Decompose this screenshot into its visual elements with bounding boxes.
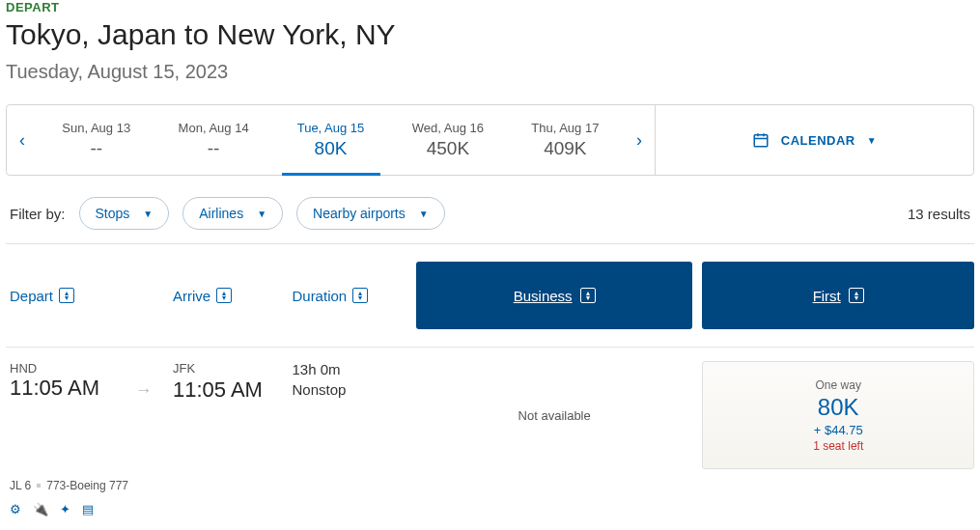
calendar-icon [752,131,770,149]
date-cell-label: Wed, Aug 16 [412,121,484,135]
filter-airlines[interactable]: Airlines ▼ [182,197,283,230]
sort-icon: ▴▾ [352,288,368,303]
power-icon: 🔌 [33,502,48,516]
date-strip: ‹ Sun, Aug 13 -- Mon, Aug 14 -- Tue, Aug… [6,104,974,176]
sort-arrive-label: Arrive [173,288,210,304]
depart-time: 11:05 AM [10,376,99,400]
wifi-icon: ⚙ [10,502,21,516]
filter-row: Filter by: Stops ▼ Airlines ▼ Nearby air… [6,197,974,230]
fare-tax: + $44.75 [814,423,863,437]
filter-nearby-airports[interactable]: Nearby airports ▼ [296,197,445,230]
sort-icon: ▴▾ [580,288,596,303]
sort-icon: ▴▾ [59,288,74,303]
cabin-first[interactable]: First ▴▾ [702,262,974,329]
date-cell-label: Sun, Aug 13 [62,121,130,135]
sort-icon: ▴▾ [849,288,864,303]
date-cell-label: Mon, Aug 14 [179,121,249,135]
filter-stops-label: Stops [96,206,130,221]
date-cell-value: 409K [544,138,586,159]
date-cell-label: Tue, Aug 15 [297,121,365,135]
flight-meta: JL 6 773-Boeing 777 [6,479,974,492]
date-cell-aug-15[interactable]: Tue, Aug 15 80K [272,105,389,175]
chevron-down-icon: ▼ [867,135,877,146]
entertainment-icon: ✦ [60,502,70,516]
date-next-button[interactable]: › [624,105,655,175]
sort-arrive[interactable]: Arrive ▴▾ [173,288,232,304]
filter-nearby-label: Nearby airports [313,206,406,221]
sort-depart-label: Depart [10,288,53,304]
date-prev-button[interactable]: ‹ [7,105,38,175]
caret-down-icon: ▼ [419,209,429,219]
fare-points: 80K [818,394,859,421]
arrow-right-icon: → [134,380,152,401]
column-headers: Depart ▴▾ Arrive ▴▾ Duration ▴▾ Business… [6,262,974,329]
stops-value: Nonstop [292,381,415,398]
sort-icon: ▴▾ [216,288,232,303]
fare-type: One way [816,378,861,392]
cabin-first-label: First [813,288,841,304]
caret-down-icon: ▼ [143,209,153,219]
date-cell-aug-13[interactable]: Sun, Aug 13 -- [38,105,154,175]
date-cell-value: 450K [427,138,469,159]
depart-airport: HND [10,361,173,376]
route-title: Tokyo, Japan to New York, NY [6,18,974,51]
business-not-available: Not available [518,408,591,423]
svg-rect-0 [754,135,768,147]
date-cell-aug-16[interactable]: Wed, Aug 16 450K [389,105,506,175]
filter-airlines-label: Airlines [199,206,243,221]
cabin-business[interactable]: Business ▴▾ [416,262,693,329]
date-cell-value: -- [208,138,220,159]
depart-label: DEPART [6,0,974,14]
date-cell-value: 80K [315,138,348,159]
cabin-business-label: Business [514,288,573,304]
separator-dot [37,484,41,488]
sort-depart[interactable]: Depart ▴▾ [10,288,74,304]
date-cell-aug-17[interactable]: Thu, Aug 17 409K [507,105,624,175]
caret-down-icon: ▼ [257,209,266,219]
aircraft-type: 773-Boeing 777 [46,479,128,492]
arrive-time: 11:05 AM [173,377,293,403]
fare-seats: 1 seat left [813,439,863,453]
date-cell-value: -- [90,138,102,159]
date-cell-aug-14[interactable]: Mon, Aug 14 -- [154,105,271,175]
first-fare-box[interactable]: One way 80K + $44.75 1 seat left [702,361,974,469]
filter-label: Filter by: [10,206,66,222]
sort-duration-label: Duration [292,288,347,304]
sort-duration[interactable]: Duration ▴▾ [292,288,368,304]
calendar-button[interactable]: CALENDAR ▼ [655,105,973,175]
flight-row: HND 11:05 AM → JFK 11:05 AM 13h 0m Nonst… [6,347,974,469]
flight-number: JL 6 [10,479,31,492]
date-cell-label: Thu, Aug 17 [531,121,599,135]
results-count: 13 results [908,206,970,222]
date-subtitle: Tuesday, August 15, 2023 [6,61,974,83]
amenity-row: ⚙ 🔌 ✦ ▤ [6,502,974,516]
divider [6,243,974,244]
duration-value: 13h 0m [292,361,415,377]
seat-icon: ▤ [82,502,94,516]
calendar-label: CALENDAR [781,133,855,148]
filter-stops[interactable]: Stops ▼ [79,197,170,230]
arrive-airport: JFK [173,361,293,376]
